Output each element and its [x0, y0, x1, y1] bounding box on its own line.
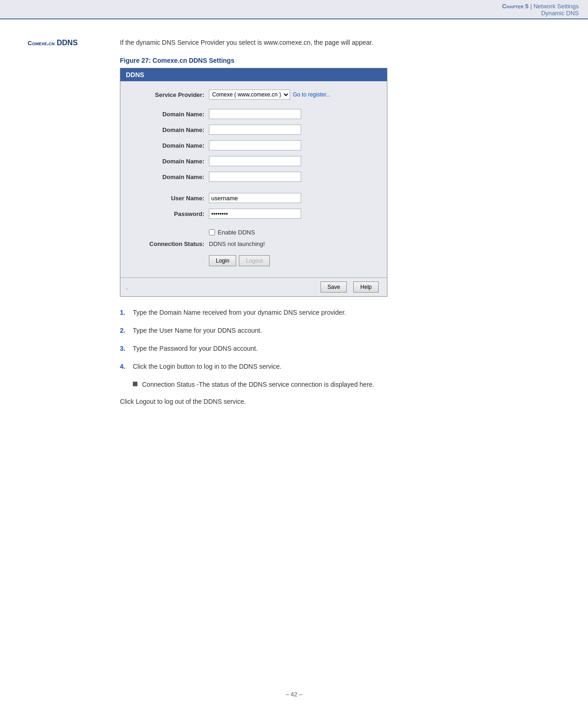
domain-name-label-1: Domain Name:: [126, 111, 209, 118]
domain-name-input-1[interactable]: [209, 109, 301, 119]
user-name-label: User Name:: [126, 195, 209, 202]
login-logout-row: Login Logout: [209, 255, 381, 266]
instructions-list: 1. Type the Domain Name received from yo…: [120, 308, 560, 393]
service-provider-row: Service Provider: Comexe ( www.comexe.cn…: [126, 89, 381, 101]
section-description: If the dynamic DNS Service Provider you …: [120, 38, 560, 48]
enable-ddns-checkbox[interactable]: [209, 229, 215, 235]
user-name-input[interactable]: [209, 193, 301, 203]
domain-name-label-5: Domain Name:: [126, 174, 209, 180]
bullet-text: Connection Status -The status of the DDN…: [142, 380, 560, 389]
instruction-text-2: Type the User Name for your DDNS account…: [133, 326, 560, 336]
main-content: Comexe.cn DDNS If the dynamic DNS Servic…: [0, 19, 588, 434]
instruction-item-3: 3. Type the Password for your DDNS accou…: [120, 344, 560, 354]
service-provider-label: Service Provider:: [126, 91, 209, 98]
domain-name-row-3: Domain Name:: [126, 139, 381, 151]
user-name-row: User Name:: [126, 192, 381, 204]
ddns-box-header: DDNS: [120, 68, 387, 81]
connection-status-value: DDNS not launching!: [209, 240, 265, 247]
instruction-text-3: Type the Password for your DDNS account.: [133, 344, 560, 354]
password-label: Password:: [126, 210, 209, 217]
footer-buttons: Save Help: [321, 282, 381, 293]
logout-button[interactable]: Logout: [239, 255, 270, 266]
password-input[interactable]: [209, 209, 301, 219]
domain-name-label-2: Domain Name:: [126, 126, 209, 133]
chapter-label: Chapter 5: [502, 3, 529, 10]
footer-dot: .: [126, 283, 321, 291]
save-button[interactable]: Save: [321, 282, 347, 293]
instruction-number-3: 3.: [120, 344, 133, 354]
figure-caption: Figure 27: Comexe.cn DDNS Settings: [120, 57, 560, 64]
page-header: Chapter 5 | Network Settings Dynamic DNS: [0, 0, 588, 19]
connection-status-row: Connection Status: DDNS not launching!: [126, 240, 381, 252]
figure-container: Figure 27: Comexe.cn DDNS Settings DDNS …: [120, 57, 560, 297]
enable-ddns-row: Enable DDNS: [209, 229, 381, 236]
nav-line1: Network Settings: [534, 3, 579, 10]
instruction-number-2: 2.: [120, 326, 133, 336]
header-separator: |: [530, 3, 534, 10]
enable-ddns-label: Enable DDNS: [218, 229, 255, 236]
domain-name-row-2: Domain Name:: [126, 124, 381, 136]
instruction-item-2: 2. Type the User Name for your DDNS acco…: [120, 326, 560, 336]
domain-name-row-5: Domain Name:: [126, 171, 381, 183]
nav-line2: Dynamic DNS: [541, 10, 579, 17]
domain-name-label-3: Domain Name:: [126, 142, 209, 149]
service-provider-select[interactable]: Comexe ( www.comexe.cn ): [209, 90, 290, 100]
section-title: Comexe.cn DDNS: [28, 38, 120, 47]
domain-name-input-3[interactable]: [209, 140, 301, 150]
instruction-number-1: 1.: [120, 308, 133, 318]
domain-name-label-4: Domain Name:: [126, 158, 209, 165]
instruction-number-4: 4.: [120, 362, 133, 371]
ddns-box-body: Service Provider: Comexe ( www.comexe.cn…: [120, 81, 387, 277]
domain-name-input-4[interactable]: [209, 156, 301, 166]
password-row: Password:: [126, 208, 381, 220]
section-heading-row: Comexe.cn DDNS If the dynamic DNS Servic…: [28, 38, 560, 48]
instruction-text-4: Click the Login button to log in to the …: [133, 362, 560, 371]
go-to-register-link[interactable]: Go to register...: [293, 91, 331, 98]
logout-note: Click Logout to log out of the DDNS serv…: [120, 397, 560, 407]
login-button[interactable]: Login: [209, 255, 236, 266]
title-prefix: Comexe.cn: [28, 40, 55, 47]
ddns-box-footer: . Save Help: [120, 277, 387, 296]
ddns-settings-box: DDNS Service Provider: Comexe ( www.come…: [120, 68, 387, 297]
domain-name-input-5[interactable]: [209, 172, 301, 182]
domain-name-row-1: Domain Name:: [126, 108, 381, 120]
connection-status-label: Connection Status:: [126, 240, 209, 247]
instruction-text-1: Type the Domain Name received from your …: [133, 308, 560, 318]
instruction-item-1: 1. Type the Domain Name received from yo…: [120, 308, 560, 318]
bullet-item: Connection Status -The status of the DDN…: [133, 380, 560, 389]
domain-name-row-4: Domain Name:: [126, 155, 381, 167]
instruction-item-4: 4. Click the Login button to log in to t…: [120, 362, 560, 371]
domain-name-input-2[interactable]: [209, 125, 301, 135]
help-button[interactable]: Help: [353, 282, 379, 293]
bullet-icon: [133, 382, 137, 386]
title-main: DDNS: [55, 39, 78, 47]
page-footer: – 42 –: [0, 691, 588, 698]
page-number: – 42 –: [285, 691, 302, 698]
